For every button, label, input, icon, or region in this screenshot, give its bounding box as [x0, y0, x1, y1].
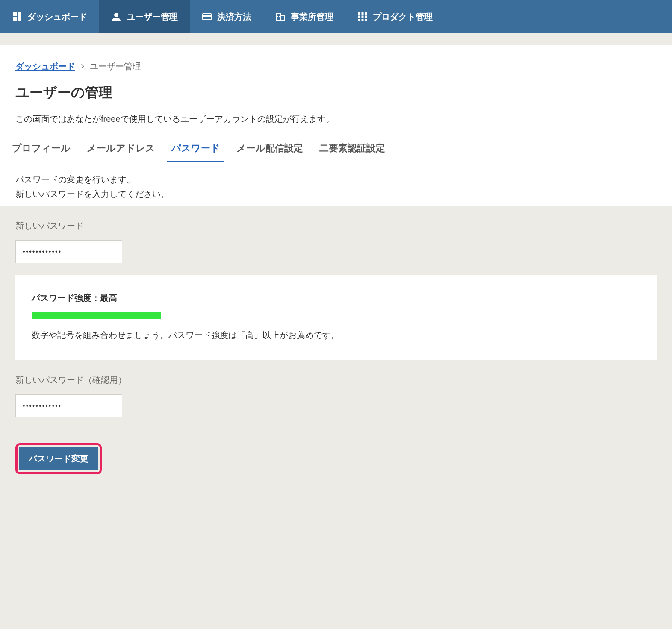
svg-rect-12 [279, 16, 280, 17]
apps-grid-icon [357, 12, 368, 22]
nav-item-label: ユーザー管理 [127, 11, 178, 23]
svg-rect-0 [13, 12, 17, 16]
nav-item-user-management[interactable]: ユーザー管理 [99, 0, 190, 33]
new-password-input[interactable] [15, 240, 122, 263]
tab-password[interactable]: パスワード [167, 138, 224, 162]
tab-profile[interactable]: プロフィール [8, 138, 75, 162]
dashboard-icon [12, 12, 22, 22]
svg-rect-21 [365, 19, 367, 21]
svg-rect-17 [362, 16, 364, 18]
password-strength-fill [32, 312, 161, 319]
svg-rect-11 [277, 16, 278, 17]
svg-rect-20 [362, 19, 364, 21]
svg-rect-7 [277, 13, 281, 21]
svg-point-4 [114, 13, 118, 17]
content: ダッシュボード ユーザー管理 ユーザーの管理 この画面ではあなたがfreeeで使… [0, 45, 672, 206]
top-nav: ダッシュボード ユーザー管理 決済方法 事業所管理 プロダクト管理 [0, 0, 672, 33]
tab-email[interactable]: メールアドレス [83, 138, 159, 162]
confirm-password-section: 新しいパスワード（確認用） [15, 374, 657, 417]
new-password-label: 新しいパスワード [15, 220, 657, 232]
password-strength-card: パスワード強度：最高 数字や記号を組み合わせましょう。パスワード強度は「高」以上… [15, 275, 657, 360]
svg-rect-9 [277, 15, 278, 15]
confirm-password-label: 新しいパスワード（確認用） [15, 374, 657, 386]
svg-rect-8 [281, 15, 284, 21]
svg-rect-14 [362, 12, 364, 15]
svg-rect-6 [203, 15, 211, 17]
tab-mail-settings[interactable]: メール配信設定 [232, 138, 307, 162]
svg-rect-1 [18, 12, 21, 15]
svg-rect-19 [358, 19, 360, 21]
svg-rect-16 [358, 16, 360, 18]
password-strength-bar [32, 312, 161, 319]
nav-item-payment[interactable]: 決済方法 [190, 0, 263, 33]
nav-item-label: 決済方法 [217, 11, 251, 23]
svg-rect-3 [13, 17, 17, 21]
breadcrumb-link-dashboard[interactable]: ダッシュボード [15, 61, 75, 72]
nav-item-label: プロダクト管理 [373, 11, 433, 23]
breadcrumb-current: ユーザー管理 [90, 61, 141, 72]
nav-item-label: 事業所管理 [291, 11, 333, 23]
password-form: 新しいパスワード パスワード強度：最高 数字や記号を組み合わせましょう。パスワー… [0, 206, 672, 436]
nav-item-dashboard[interactable]: ダッシュボード [0, 0, 99, 33]
svg-rect-18 [365, 16, 367, 18]
password-instruction-line1: パスワードの変更を行います。 [15, 172, 657, 187]
breadcrumb: ダッシュボード ユーザー管理 [0, 61, 672, 72]
nav-item-product[interactable]: プロダクト管理 [345, 0, 445, 33]
page-description: この画面ではあなたがfreeeで使用しているユーザーアカウントの設定が行えます。 [0, 113, 672, 125]
credit-card-icon [202, 12, 212, 22]
page-title: ユーザーの管理 [0, 83, 672, 102]
nav-item-label: ダッシュボード [27, 11, 87, 23]
svg-rect-15 [365, 12, 367, 15]
tab-two-factor[interactable]: 二要素認証設定 [315, 138, 389, 162]
tab-content: パスワードの変更を行います。 新しいパスワードを入力してください。 [0, 162, 672, 206]
chevron-right-icon [80, 62, 85, 71]
confirm-password-input[interactable] [15, 394, 122, 417]
building-icon [275, 12, 286, 22]
svg-rect-10 [279, 15, 280, 15]
change-password-button[interactable]: パスワード変更 [19, 447, 98, 470]
svg-rect-2 [18, 15, 21, 21]
password-strength-hint: 数字や記号を組み合わせましょう。パスワード強度は「高」以上がお薦めです。 [32, 329, 640, 341]
password-strength-label: パスワード強度：最高 [32, 292, 640, 304]
submit-section: パスワード変更 [0, 436, 672, 491]
tabs: プロフィール メールアドレス パスワード メール配信設定 二要素認証設定 [0, 138, 672, 162]
submit-highlight-frame: パスワード変更 [15, 443, 102, 474]
svg-rect-13 [358, 12, 360, 15]
nav-item-office[interactable]: 事業所管理 [263, 0, 345, 33]
user-icon [111, 12, 121, 22]
password-instruction-line2: 新しいパスワードを入力してください。 [15, 187, 657, 201]
